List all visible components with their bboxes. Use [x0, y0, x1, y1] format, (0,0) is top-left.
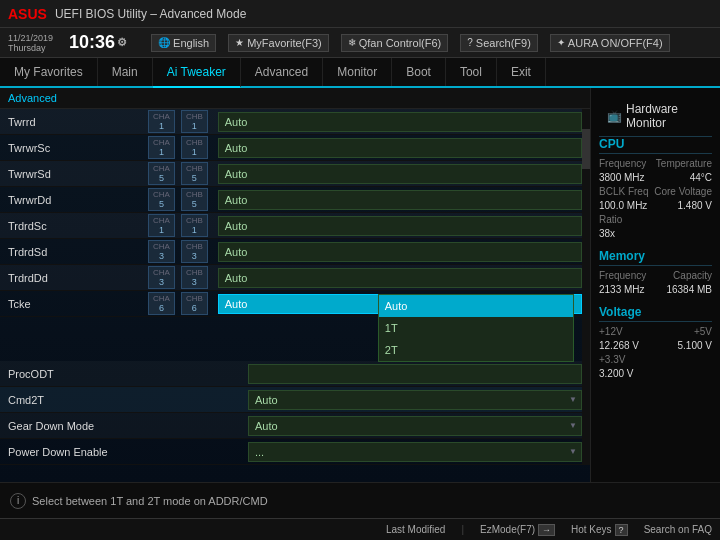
row-label: ProcODT [8, 368, 148, 380]
row-value[interactable]: Auto [218, 164, 582, 184]
aura-label: AURA ON/OFF(F4) [568, 37, 663, 49]
row-value[interactable]: Auto [218, 242, 582, 262]
cha-box: CHA1 [148, 110, 175, 133]
asus-logo: ASUS [8, 6, 47, 22]
nav-monitor[interactable]: Monitor [323, 58, 392, 86]
row-label: TwrwrDd [8, 194, 148, 206]
cha-box: CHA1 [148, 136, 175, 159]
hw-val: 38x [599, 228, 615, 239]
dropdown-item-auto[interactable]: Auto [379, 295, 573, 317]
hw-val: 16384 MB [666, 284, 712, 295]
hw-row: Frequency Temperature [599, 158, 712, 169]
voltage-section: Voltage +12V +5V 12.268 V 5.100 V +3.3V … [599, 305, 712, 379]
row-value[interactable]: Auto [218, 268, 582, 288]
hw-key: +12V [599, 326, 623, 337]
row-channels: CHA6 CHB6 [148, 292, 208, 315]
clock-time: 10:36 [69, 32, 115, 53]
cmd2t-select[interactable]: Auto [248, 390, 582, 410]
fan-icon: ❄ [348, 37, 356, 48]
nav-bar: My Favorites Main Ai Tweaker Advanced Mo… [0, 58, 720, 88]
ezmode-label: EzMode(F7) [480, 524, 535, 535]
hw-row: 2133 MHz 16384 MB [599, 284, 712, 295]
last-modified-item: Last Modified [386, 524, 445, 535]
hotkeys-item[interactable]: Hot Keys ? [571, 524, 628, 536]
hw-monitor-title: Hardware Monitor [626, 102, 704, 130]
geardown-select[interactable]: Auto [248, 416, 582, 436]
chb-box: CHB3 [181, 266, 208, 289]
language-label: English [173, 37, 209, 49]
dropdown-item-2t[interactable]: 2T [379, 339, 573, 361]
search-button[interactable]: ? Search(F9) [460, 34, 538, 52]
hw-key: +3.3V [599, 354, 625, 365]
qfan-button[interactable]: ❄ Qfan Control(F6) [341, 34, 449, 52]
nav-boot[interactable]: Boot [392, 58, 446, 86]
ezmode-item[interactable]: EzMode(F7) → [480, 524, 555, 536]
hw-row: +12V +5V [599, 326, 712, 337]
row-label: TrdrdSd [8, 246, 148, 258]
nav-ai-tweaker[interactable]: Ai Tweaker [153, 58, 241, 88]
row-channels: CHA1 CHB1 [148, 136, 208, 159]
nav-main[interactable]: Main [98, 58, 153, 86]
tcke-row: Tcke CHA6 CHB6 Auto Auto 1T 2T [0, 291, 590, 317]
row-label: TrdrdSc [8, 220, 148, 232]
nav-tool[interactable]: Tool [446, 58, 497, 86]
hw-key: Frequency [599, 270, 646, 281]
row-value[interactable]: Auto [218, 190, 582, 210]
hotkeys-label: Hot Keys [571, 524, 612, 535]
scrollbar[interactable] [582, 109, 590, 465]
cha-box: CHA6 [148, 292, 175, 315]
chb-box: CHB5 [181, 188, 208, 211]
scroll-thumb[interactable] [582, 129, 590, 169]
hw-val: 44°C [690, 172, 712, 183]
day: Thursday [8, 43, 53, 53]
nav-advanced[interactable]: Advanced [241, 58, 323, 86]
hw-val: 2133 MHz [599, 284, 645, 295]
table-row: TwrwrDd CHA5 CHB5 Auto [0, 187, 590, 213]
last-modified-label: Last Modified [386, 524, 445, 535]
row-value[interactable]: Auto [218, 112, 582, 132]
row-value[interactable]: Auto [218, 216, 582, 236]
row-channels: CHA3 CHB3 [148, 266, 208, 289]
memory-section: Memory Frequency Capacity 2133 MHz 16384… [599, 249, 712, 295]
date: 11/21/2019 [8, 33, 53, 43]
monitor-icon: 📺 [607, 109, 622, 123]
sub-nav: Advanced [0, 88, 590, 109]
hw-row: BCLK Freq Core Voltage [599, 186, 712, 197]
search-icon: ? [467, 37, 473, 48]
row-channels: CHA5 CHB5 [148, 162, 208, 185]
aura-icon: ✦ [557, 37, 565, 48]
action-bar: Last Modified | EzMode(F7) → Hot Keys ? … [0, 518, 720, 540]
aura-button[interactable]: ✦ AURA ON/OFF(F4) [550, 34, 670, 52]
powerdown-row: Power Down Enable ... [0, 439, 590, 465]
powerdown-select[interactable]: ... [248, 442, 582, 462]
nav-exit[interactable]: Exit [497, 58, 546, 86]
hw-key: +5V [694, 326, 712, 337]
chb-box: CHB1 [181, 136, 208, 159]
nav-my-favorites[interactable]: My Favorites [0, 58, 98, 86]
hw-val: 3.200 V [599, 368, 633, 379]
chb-box: CHB3 [181, 240, 208, 263]
info-message-bar: i Select between 1T and 2T mode on ADDR/… [0, 482, 720, 518]
hw-val: 100.0 MHz [599, 200, 647, 211]
cmd2t-row: Cmd2T Auto [0, 387, 590, 413]
row-value[interactable] [248, 364, 582, 384]
hw-monitor-header: 📺 Hardware Monitor [599, 96, 712, 137]
faq-label: Search on FAQ [644, 524, 712, 535]
hw-val: 5.100 V [678, 340, 712, 351]
main-layout: Advanced Twrrd CHA1 CHB1 Auto TwrwrSc CH… [0, 88, 720, 482]
row-value[interactable]: Auto [218, 138, 582, 158]
bios-title: UEFI BIOS Utility – Advanced Mode [55, 7, 246, 21]
chb-box: CHB1 [181, 214, 208, 237]
row-label: Power Down Enable [8, 446, 148, 458]
dropdown-item-1t[interactable]: 1T [379, 317, 573, 339]
content-area: Advanced Twrrd CHA1 CHB1 Auto TwrwrSc CH… [0, 88, 590, 482]
row-label: Gear Down Mode [8, 420, 148, 432]
myfavorite-button[interactable]: ★ MyFavorite(F3) [228, 34, 329, 52]
language-button[interactable]: 🌐 English [151, 34, 216, 52]
cha-box: CHA5 [148, 162, 175, 185]
hw-row: 3800 MHz 44°C [599, 172, 712, 183]
info-message-text: Select between 1T and 2T mode on ADDR/CM… [32, 495, 268, 507]
row-label: TwrwrSc [8, 142, 148, 154]
hw-row: 100.0 MHz 1.480 V [599, 200, 712, 211]
faq-item[interactable]: Search on FAQ [644, 524, 712, 535]
